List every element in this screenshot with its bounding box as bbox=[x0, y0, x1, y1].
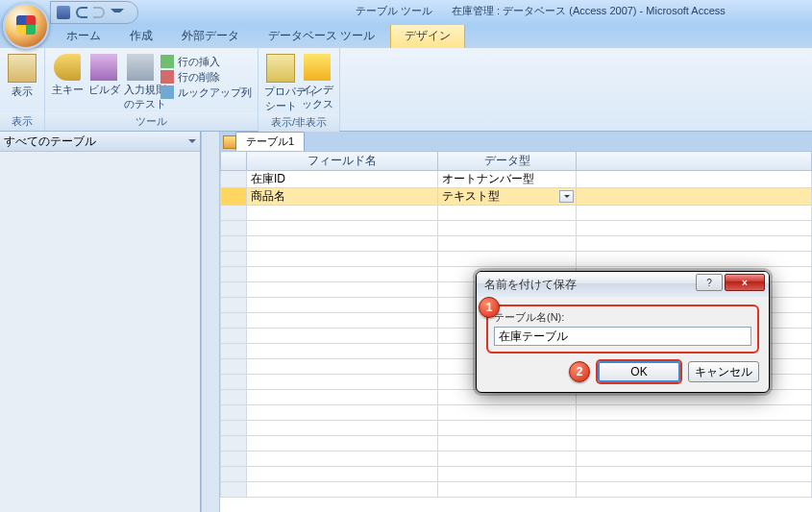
index-icon bbox=[304, 54, 331, 81]
tab-external-data[interactable]: 外部データ bbox=[168, 24, 253, 48]
nav-header-title: すべてのテーブル bbox=[4, 134, 96, 150]
data-type-cell[interactable]: テキスト型 bbox=[438, 188, 577, 206]
col-field-name[interactable]: フィールド名 bbox=[247, 152, 438, 171]
office-button[interactable] bbox=[3, 3, 49, 49]
ribbon-tabs: ホーム 作成 外部データ データベース ツール デザイン bbox=[0, 25, 812, 48]
builder-button[interactable]: ビルダ bbox=[87, 50, 120, 97]
lookup-column-button[interactable]: ルックアップ列 bbox=[160, 85, 252, 100]
property-sheet-icon bbox=[266, 54, 295, 83]
group-label-showhide: 表示/非表示 bbox=[258, 113, 339, 132]
builder-icon bbox=[90, 54, 117, 81]
key-icon bbox=[54, 54, 81, 81]
object-tab-table1[interactable]: テーブル1 bbox=[235, 132, 305, 151]
tab-create[interactable]: 作成 bbox=[116, 24, 166, 48]
row-selector[interactable] bbox=[221, 188, 247, 206]
nav-header[interactable]: すべてのテーブル bbox=[0, 132, 200, 152]
window-title: 在庫管理 : データベース (Access 2007) - Microsoft … bbox=[452, 4, 726, 18]
navigation-pane: すべてのテーブル bbox=[0, 132, 201, 512]
primary-key-button[interactable]: 主キー bbox=[51, 50, 84, 97]
field-name-cell[interactable]: 商品名 bbox=[247, 188, 438, 206]
field-name-cell[interactable]: 在庫ID bbox=[247, 171, 438, 188]
dialog-title: 名前を付けて保存 bbox=[484, 277, 577, 293]
cancel-button[interactable]: キャンセル bbox=[688, 361, 759, 382]
callout-badge-2: 2 bbox=[569, 361, 590, 382]
contextual-tab-title: テーブル ツール bbox=[356, 4, 432, 18]
select-all-corner[interactable] bbox=[221, 152, 247, 171]
delete-rows-button[interactable]: 行の削除 bbox=[160, 69, 252, 85]
tab-home[interactable]: ホーム bbox=[53, 24, 114, 48]
lookup-icon bbox=[160, 85, 174, 99]
property-sheet-button[interactable]: プロパティ シート bbox=[264, 50, 297, 113]
delete-row-icon bbox=[160, 70, 174, 84]
table-row[interactable]: 在庫ID オートナンバー型 bbox=[221, 171, 812, 188]
close-button[interactable]: × bbox=[725, 274, 765, 291]
view-button[interactable]: 表示 bbox=[6, 50, 38, 99]
table-name-label: テーブル名(N): bbox=[494, 311, 564, 323]
test-validation-button[interactable]: 入力規則 のテスト bbox=[124, 50, 157, 111]
undo-icon[interactable] bbox=[76, 7, 87, 18]
ok-button[interactable]: OK bbox=[598, 361, 680, 382]
row-selector[interactable] bbox=[221, 171, 247, 188]
indexes-button[interactable]: インデックス bbox=[301, 50, 333, 111]
group-label-tools: ツール bbox=[45, 112, 258, 131]
table-row[interactable]: 商品名 テキスト型 bbox=[221, 188, 812, 206]
save-as-dialog: 名前を付けて保存 ? × 1 テーブル名(N): 2 OK キャンセル bbox=[476, 271, 770, 393]
titlebar: テーブル ツール 在庫管理 : データベース (Access 2007) - M… bbox=[0, 0, 812, 25]
tab-database-tools[interactable]: データベース ツール bbox=[255, 24, 388, 48]
nav-collapse-button[interactable] bbox=[201, 132, 220, 512]
table-name-input[interactable] bbox=[494, 327, 751, 346]
redo-icon[interactable] bbox=[93, 7, 105, 18]
insert-row-icon bbox=[160, 55, 174, 68]
quick-access-toolbar[interactable] bbox=[50, 1, 138, 24]
save-icon[interactable] bbox=[57, 6, 70, 19]
group-label-view: 表示 bbox=[0, 112, 44, 131]
ribbon: 表示 表示 主キー ビルダ 入力規則 のテスト 行の挿入 行の削除 ルックアップ… bbox=[0, 48, 812, 132]
highlight-region-1: 1 テーブル名(N): bbox=[486, 305, 759, 354]
datasheet-view-icon bbox=[8, 54, 37, 83]
data-type-cell[interactable]: オートナンバー型 bbox=[438, 171, 577, 188]
callout-badge-1: 1 bbox=[479, 297, 500, 318]
qat-dropdown-icon[interactable] bbox=[111, 9, 124, 16]
dialog-titlebar[interactable]: 名前を付けて保存 ? × bbox=[477, 272, 769, 297]
chevron-down-icon[interactable] bbox=[188, 139, 196, 147]
tab-design[interactable]: デザイン bbox=[390, 23, 465, 48]
help-button[interactable]: ? bbox=[696, 274, 723, 291]
col-data-type[interactable]: データ型 bbox=[438, 152, 577, 171]
insert-rows-button[interactable]: 行の挿入 bbox=[160, 54, 252, 69]
validation-icon bbox=[127, 54, 154, 81]
